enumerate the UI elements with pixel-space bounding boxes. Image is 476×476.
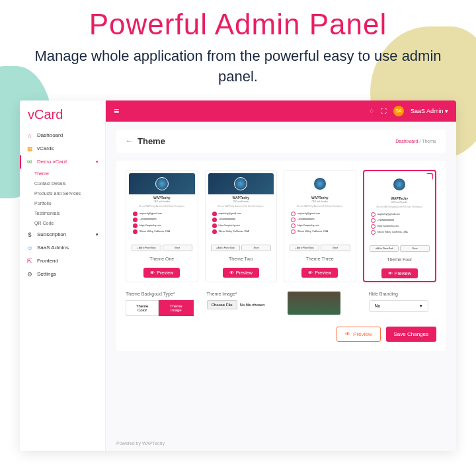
theme-name: Theme One [129, 257, 195, 261]
page-header: ←Theme Dashboard / Theme [116, 130, 446, 153]
bg-type-color[interactable]: Theme Color [126, 300, 159, 316]
theme-name: Theme Three [287, 257, 353, 261]
avatar[interactable]: SA [393, 106, 404, 116]
nav-icon: ☺ [26, 245, 33, 251]
hero-section: Powerful Admin Panel Manage whole applic… [0, 0, 476, 91]
sidebar-sub-theme[interactable]: Theme [20, 169, 105, 178]
nav-icon: ✉ [26, 159, 33, 165]
theme-preview: WAPTechy CEO and Founder We are WAPTechy… [367, 174, 433, 253]
theme-card-3[interactable]: WAPTechy CEO and Founder We are WAPTechy… [284, 170, 356, 282]
theme-preview: WAPTechy CEO and Founder We are WAPTechy… [129, 173, 195, 253]
eye-icon: 👁 [345, 331, 350, 337]
sidebar-item-frontend[interactable]: ⇱Frontend [20, 255, 105, 268]
nav-icon: ⇱ [26, 258, 33, 264]
sidebar: vCard ⌂Dashboard▦vCards✉Demo vCard▾Theme… [20, 100, 106, 451]
theme-card-1[interactable]: WAPTechy CEO and Founder We are WAPTechy… [126, 170, 198, 282]
sidebar-item-saas-admins[interactable]: ☺SaaS Admins [20, 241, 105, 255]
file-name: No file chosen [240, 303, 265, 307]
sidebar-sub-portfolio[interactable]: Portfolio [20, 198, 105, 208]
hero-title: Powerful Admin Panel [26, 8, 450, 41]
theme-preview-button[interactable]: 👁Preview [223, 268, 259, 278]
save-button[interactable]: Save Changes [386, 327, 436, 342]
sidebar-sub-contact-details[interactable]: Contact Details [20, 178, 105, 188]
file-input[interactable]: Choose File No file chosen [207, 300, 275, 309]
topbar: ≡ ♢ ⛶ SA SaaS Admin ▾ [106, 100, 456, 122]
sidebar-sub-testimonials[interactable]: Testimonials [20, 208, 105, 218]
theme-card-4[interactable]: WAPTechy CEO and Founder We are WAPTechy… [363, 170, 437, 282]
theme-image-label: Theme Image* [207, 292, 275, 296]
admin-panel: vCard ⌂Dashboard▦vCards✉Demo vCard▾Theme… [20, 100, 456, 451]
nav-icon: ▦ [26, 145, 33, 152]
eye-icon: 👁 [229, 270, 234, 275]
sidebar-item-settings[interactable]: ⚙Settings [20, 268, 105, 281]
theme-preview-button[interactable]: 👁Preview [381, 268, 418, 278]
hero-subtitle: Manage whole application from the powerf… [26, 46, 450, 87]
chevron-down-icon: ▾ [96, 232, 99, 237]
fullscreen-icon[interactable]: ⛶ [381, 108, 387, 114]
page-title: ←Theme [126, 136, 165, 146]
eye-icon: 👁 [150, 270, 155, 275]
eye-icon: 👁 [308, 270, 313, 275]
preview-button[interactable]: 👁Preview [337, 327, 380, 342]
chevron-down-icon: ▾ [420, 303, 422, 309]
theme-preview: WAPTechy CEO and Founder We are WAPTechy… [208, 173, 274, 253]
theme-preview: WAPTechy CEO and Founder We are WAPTechy… [287, 173, 353, 253]
main-area: ≡ ♢ ⛶ SA SaaS Admin ▾ ←Theme Dashboard /… [106, 100, 456, 451]
breadcrumb-root[interactable]: Dashboard [395, 139, 418, 143]
themes-panel: WAPTechy CEO and Founder We are WAPTechy… [116, 161, 446, 351]
sidebar-item-subscription[interactable]: $Subscription▾ [20, 228, 105, 241]
nav-icon: ⌂ [26, 132, 33, 139]
sidebar-sub-products-and-services[interactable]: Products and Services [20, 188, 105, 198]
eye-icon: 👁 [388, 271, 393, 276]
chevron-down-icon: ▾ [96, 159, 99, 165]
back-arrow-icon[interactable]: ← [126, 136, 134, 145]
breadcrumb: Dashboard / Theme [395, 139, 436, 143]
theme-name: Theme Two [208, 257, 274, 261]
bg-type-label: Theme Backgoud Type* [126, 292, 194, 296]
image-preview [288, 292, 340, 315]
bg-type-image[interactable]: Theme Image [159, 300, 193, 316]
sidebar-sub-qr-code[interactable]: QR Code [20, 218, 105, 228]
theme-card-2[interactable]: WAPTechy CEO and Founder We are WAPTechy… [205, 170, 278, 282]
hamburger-icon[interactable]: ≡ [114, 106, 119, 116]
app-logo: vCard [20, 100, 105, 129]
nav-icon: ⚙ [26, 271, 33, 278]
user-menu[interactable]: SaaS Admin ▾ [411, 108, 448, 114]
sidebar-item-vcards[interactable]: ▦vCards [20, 142, 105, 155]
powered-by: Powered by WAPTechy [106, 436, 456, 451]
bg-type-segmented: Theme Color Theme Image [126, 300, 194, 316]
sidebar-item-demo-vcard[interactable]: ✉Demo vCard▾ [20, 155, 105, 169]
theme-preview-button[interactable]: 👁Preview [143, 268, 180, 278]
hide-branding-label: Hide Branding [369, 292, 437, 296]
notification-icon[interactable]: ♢ [369, 108, 374, 114]
choose-file-button[interactable]: Choose File [207, 300, 237, 309]
hide-branding-select[interactable]: No▾ [369, 300, 428, 312]
sidebar-item-dashboard[interactable]: ⌂Dashboard [20, 129, 105, 142]
theme-name: Theme Four [367, 257, 433, 262]
nav-icon: $ [26, 231, 33, 238]
theme-preview-button[interactable]: 👁Preview [301, 268, 338, 278]
